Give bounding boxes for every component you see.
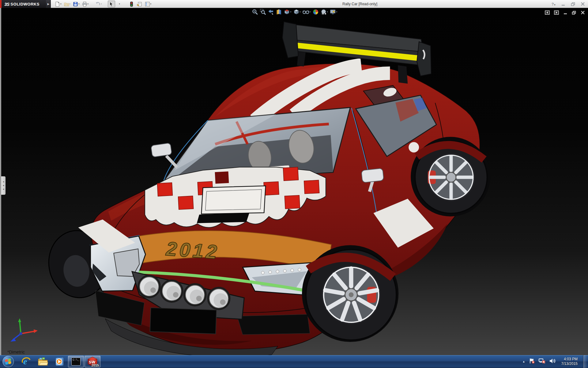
edit-appearance-button[interactable] <box>312 9 319 15</box>
save-floppy-icon <box>73 2 78 7</box>
minimize-button[interactable] <box>560 2 567 6</box>
show-desktop-button[interactable] <box>583 355 587 368</box>
brand-name: SOLIDWORKS <box>10 2 40 6</box>
open-folder-icon <box>64 2 69 7</box>
graphics-area[interactable]: 2012 <box>0 8 588 355</box>
title-bar: 3S SOLIDWORKS ▶ ▾ ▾ <box>0 0 588 8</box>
previous-document-button[interactable] <box>545 10 550 15</box>
system-tray: ▲ <box>522 355 588 368</box>
file-properties-button[interactable] <box>136 1 143 7</box>
license-plate <box>150 308 217 334</box>
menu-expand-arrow[interactable]: ▶ <box>46 0 51 8</box>
undo-arrow-icon <box>95 2 100 7</box>
section-view-button[interactable] <box>276 9 282 15</box>
zoom-to-area-button[interactable] <box>260 9 266 15</box>
save-button[interactable]: ▾ <box>72 1 81 7</box>
taskbar-clock[interactable]: 4:03 PM 7/13/2015 <box>560 357 579 366</box>
view-orientation-icon <box>284 9 290 15</box>
reference-triad <box>8 318 39 342</box>
doc-minimize-button[interactable] <box>563 11 567 14</box>
taskbar-solidworks[interactable]: SW 2015 <box>85 356 100 367</box>
new-document-button[interactable]: ▾ <box>54 1 62 7</box>
folder-icon <box>38 357 48 366</box>
collapse-arrow-icon: ◂ <box>3 184 4 187</box>
zoom-to-area-icon <box>260 9 266 15</box>
taskbar-command-prompt[interactable]: C:\_ <box>68 356 84 367</box>
select-button[interactable] <box>108 1 115 7</box>
rear-right-wheel[interactable] <box>411 137 490 216</box>
open-document-button[interactable]: ▾ <box>63 1 72 7</box>
command-prompt-icon: C:\_ <box>71 358 81 366</box>
clock-date: 7/13/2015 <box>561 362 578 366</box>
network-status-icon[interactable] <box>539 358 545 365</box>
view-orientation-label: *Dimetric <box>7 350 25 355</box>
doc-close-button[interactable] <box>581 11 585 14</box>
solidworks-window: 3S SOLIDWORKS ▶ ▾ ▾ <box>0 0 588 368</box>
window-title: Rally Car [Read-only] <box>342 0 377 8</box>
previous-view-icon <box>268 9 274 15</box>
doc-restore-button[interactable] <box>572 11 576 15</box>
collapse-arrow-icon: ◂ <box>3 188 4 190</box>
window-controls: ?▾ <box>550 0 586 8</box>
zoom-to-fit-icon <box>252 9 258 15</box>
document-window-controls <box>545 10 585 15</box>
file-properties-icon <box>137 2 142 7</box>
view-settings-button[interactable]: ▾ <box>330 9 338 15</box>
feature-manager-collapsed-tab[interactable]: ◂ ◂ ◂ <box>1 176 6 195</box>
left-mirror[interactable] <box>151 143 177 167</box>
options-checklist-icon <box>145 2 150 7</box>
rally-car-model[interactable]: 2012 <box>1 8 588 355</box>
print-button[interactable]: ▾ <box>81 1 90 7</box>
apply-scene-icon <box>320 9 326 15</box>
restore-button[interactable] <box>570 2 576 6</box>
action-center-icon[interactable] <box>529 358 535 365</box>
front-right-wheel[interactable] <box>302 245 398 342</box>
taskbar: e C:\_ <box>0 355 588 368</box>
internet-explorer-icon: e <box>21 357 31 366</box>
help-button[interactable]: ?▾ <box>550 2 557 6</box>
logo-accent <box>0 0 2 8</box>
media-player-icon <box>55 357 64 366</box>
previous-view-button[interactable] <box>268 9 274 15</box>
zoom-to-fit-button[interactable] <box>252 9 258 15</box>
taskbar-windows-explorer[interactable] <box>35 356 51 367</box>
brand-glyph: 3S <box>4 2 9 7</box>
rebuild-traffic-light-icon <box>129 2 134 7</box>
view-settings-icon <box>330 9 336 15</box>
windows-flag-icon <box>5 358 12 365</box>
standard-toolbar: ▾ ▾ ▾ ▾ <box>54 0 152 8</box>
new-document-icon <box>55 2 60 7</box>
hide-show-items-icon <box>303 9 309 15</box>
undo-button[interactable]: ▾ <box>94 1 103 7</box>
lower-grille-mesh <box>237 314 310 335</box>
section-view-icon <box>276 9 282 15</box>
heads-up-view-toolbar: ▾ ▾ ▾ <box>252 9 338 15</box>
apply-scene-button[interactable]: ▾ <box>320 9 328 15</box>
rebuild-button[interactable] <box>128 1 135 7</box>
show-hidden-icons-button[interactable]: ▲ <box>522 360 525 363</box>
solidworks-year-badge: 2015 <box>92 363 99 367</box>
hide-show-items-button[interactable]: ▾ <box>302 9 311 15</box>
printer-icon <box>82 2 87 7</box>
volume-icon[interactable] <box>549 358 556 365</box>
select-cursor-icon <box>109 2 114 7</box>
options-button[interactable]: ▾ <box>144 1 153 7</box>
collapse-arrow-icon: ◂ <box>3 181 4 183</box>
close-button[interactable] <box>579 2 586 6</box>
select-dropdown[interactable]: ▾ <box>116 1 123 7</box>
taskbar-internet-explorer[interactable]: e <box>18 356 34 367</box>
view-orientation-button[interactable]: ▾ <box>284 9 292 15</box>
next-document-button[interactable] <box>554 10 559 15</box>
solidworks-logo[interactable]: 3S SOLIDWORKS <box>0 0 46 8</box>
taskbar-media-player[interactable] <box>51 356 67 367</box>
display-style-button[interactable]: ▾ <box>293 9 301 15</box>
edit-appearance-icon <box>312 9 318 15</box>
display-style-icon <box>293 9 299 15</box>
decal-year-text: 2012 <box>165 238 220 263</box>
clock-time: 4:03 PM <box>561 357 578 362</box>
start-button[interactable] <box>2 356 14 367</box>
